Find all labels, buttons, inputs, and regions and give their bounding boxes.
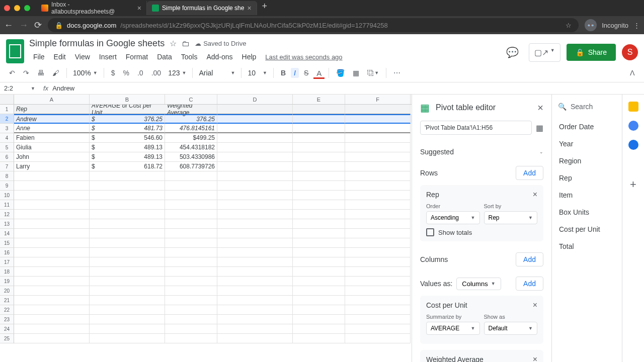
cell[interactable]	[345, 162, 411, 171]
cell[interactable]	[90, 238, 165, 248]
cell[interactable]: $499.25	[165, 133, 217, 143]
cell[interactable]	[217, 152, 293, 162]
cell[interactable]	[345, 219, 411, 229]
percent-button[interactable]: %	[120, 67, 132, 79]
cell[interactable]	[90, 334, 165, 343]
cell[interactable]	[165, 219, 217, 229]
values-as-select[interactable]: Columns▼	[456, 278, 501, 290]
cell[interactable]	[293, 296, 345, 305]
font-size-select[interactable]: 10▼	[246, 69, 269, 77]
cell[interactable]	[165, 181, 217, 191]
cell[interactable]	[217, 200, 293, 210]
increase-decimal-button[interactable]: .00	[148, 67, 164, 79]
cell[interactable]	[217, 305, 293, 315]
row-header[interactable]: 1	[0, 105, 14, 114]
cell[interactable]	[217, 219, 293, 229]
row-header[interactable]: 14	[0, 229, 14, 238]
cell[interactable]	[14, 171, 90, 181]
row-header[interactable]: 4	[0, 133, 14, 143]
cell[interactable]	[14, 257, 90, 267]
cell[interactable]	[293, 105, 345, 114]
italic-button[interactable]: I	[291, 68, 299, 78]
star-icon[interactable]: ☆	[170, 39, 177, 48]
currency-button[interactable]: $	[108, 67, 118, 79]
cell[interactable]: 608.7739726	[165, 162, 217, 171]
cell[interactable]	[345, 238, 411, 248]
close-icon[interactable]: ×	[537, 102, 543, 114]
row-header[interactable]: 19	[0, 277, 14, 286]
last-edit-link[interactable]: Last edit was seconds ago	[265, 53, 342, 61]
cell[interactable]	[293, 257, 345, 267]
name-box[interactable]: 2:2▼	[0, 84, 39, 92]
col-header-c[interactable]: C	[165, 95, 217, 104]
summarize-select[interactable]: AVERAGE▼	[426, 322, 480, 335]
cell[interactable]	[90, 181, 165, 191]
new-tab-button[interactable]: +	[257, 1, 273, 15]
cell[interactable]: 503.4330986	[165, 152, 217, 162]
add-values-button[interactable]: Add	[516, 277, 543, 291]
cell[interactable]	[293, 181, 345, 191]
cell[interactable]	[165, 324, 217, 334]
more-button[interactable]: ⋯	[390, 67, 404, 79]
cell[interactable]	[14, 229, 90, 238]
cell[interactable]	[217, 267, 293, 277]
print-button[interactable]: 🖶	[34, 67, 47, 79]
cell[interactable]	[293, 114, 345, 124]
cell[interactable]	[14, 315, 90, 324]
browser-tab-inbox[interactable]: Inbox - allaboutspreadsheets@ ×	[36, 1, 147, 15]
sheets-logo[interactable]	[6, 39, 24, 63]
menu-icon[interactable]: ⋮	[633, 22, 640, 29]
decrease-decimal-button[interactable]: .0	[134, 67, 146, 79]
cell[interactable]	[165, 277, 217, 286]
cell[interactable]	[165, 267, 217, 277]
pivot-range-input[interactable]: 'Pivot Table Data'!A1:H56	[420, 121, 532, 135]
cell[interactable]	[90, 219, 165, 229]
remove-field-icon[interactable]: ×	[533, 301, 537, 310]
cell[interactable]	[165, 171, 217, 181]
cell[interactable]	[165, 238, 217, 248]
cell[interactable]	[345, 277, 411, 286]
comments-button[interactable]: 💬	[503, 42, 523, 62]
row-header[interactable]: 16	[0, 248, 14, 257]
menu-data[interactable]: Data	[153, 51, 176, 63]
cell[interactable]	[293, 200, 345, 210]
row-header[interactable]: 13	[0, 219, 14, 229]
cell[interactable]	[293, 219, 345, 229]
text-color-button[interactable]: A	[313, 67, 325, 79]
cell[interactable]	[165, 248, 217, 257]
browser-tab-sheets[interactable]: Simple formulas in Google she ×	[147, 1, 257, 15]
bold-button[interactable]: B	[278, 67, 289, 79]
cell[interactable]	[165, 305, 217, 315]
cell[interactable]	[217, 238, 293, 248]
cell[interactable]	[293, 334, 345, 343]
cell[interactable]: Weighted Average	[165, 105, 217, 114]
cell[interactable]	[90, 324, 165, 334]
cell[interactable]	[165, 296, 217, 305]
merge-button[interactable]: ⿻ ▼	[364, 67, 382, 79]
forward-button[interactable]: →	[19, 20, 28, 31]
cell[interactable]	[165, 257, 217, 267]
menu-view[interactable]: View	[71, 51, 94, 63]
cell[interactable]: 454.4318182	[165, 143, 217, 152]
col-header-f[interactable]: F	[345, 95, 411, 104]
cell[interactable]	[14, 238, 90, 248]
cell[interactable]	[345, 315, 411, 324]
row-header[interactable]: 18	[0, 267, 14, 277]
cell[interactable]	[217, 133, 293, 143]
cell[interactable]	[345, 152, 411, 162]
row-header[interactable]: 12	[0, 210, 14, 219]
cell[interactable]	[293, 315, 345, 324]
cell[interactable]	[217, 296, 293, 305]
cell[interactable]	[293, 162, 345, 171]
tasks-icon[interactable]	[628, 140, 638, 150]
cell[interactable]	[165, 210, 217, 219]
cell[interactable]: $618.72	[90, 162, 165, 171]
reload-button[interactable]: ⟳	[34, 20, 42, 31]
cell[interactable]	[217, 171, 293, 181]
row-header[interactable]: 22	[0, 305, 14, 315]
menu-tools[interactable]: Tools	[177, 51, 202, 63]
cell[interactable]	[345, 191, 411, 200]
cell[interactable]	[90, 286, 165, 296]
cell[interactable]	[165, 286, 217, 296]
select-range-icon[interactable]: ▦	[536, 123, 543, 133]
